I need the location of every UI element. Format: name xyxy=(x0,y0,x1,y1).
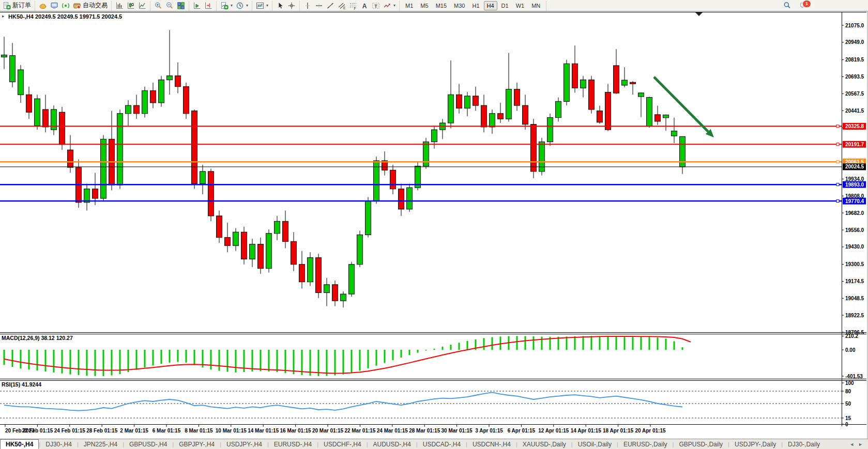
chart-tab[interactable]: HK50-,H4 xyxy=(0,439,39,449)
chart-tab[interactable]: USDCAD-,H4 xyxy=(418,440,466,449)
chart-tab[interactable]: GBPJPY-,H4 xyxy=(174,440,220,449)
rsi-scale-label: 50 xyxy=(845,401,851,407)
new-order-button[interactable]: 新订单 xyxy=(1,1,33,10)
candle-up xyxy=(159,80,164,103)
channel-button[interactable]: E xyxy=(336,1,347,10)
chart-tab[interactable]: GBPUSD-,H4 xyxy=(124,440,172,449)
chart-tab[interactable]: USDCNH-,H4 xyxy=(467,440,516,449)
timeframe-group: M1M5M15M30H1H4D1W1MN xyxy=(400,1,546,11)
price-axis-tick: 18922.5 xyxy=(845,313,864,318)
vertical-line-button[interactable] xyxy=(302,1,313,10)
bars-chart-button[interactable] xyxy=(114,1,125,10)
gold-icon xyxy=(39,2,47,10)
tab-scroll-left-icon[interactable]: ◄ xyxy=(849,442,854,447)
text-button[interactable]: A xyxy=(359,1,370,10)
timeframe-m5-button[interactable]: M5 xyxy=(417,1,431,10)
candle-down xyxy=(150,90,156,102)
line-chart-button[interactable] xyxy=(136,1,148,10)
quick-trade-toggle-icon[interactable]: ▸ xyxy=(2,13,5,19)
candle-down xyxy=(43,110,49,127)
autotrade-button[interactable]: 自动交易 xyxy=(71,1,109,10)
shapes-button[interactable]: ▾ xyxy=(382,1,397,10)
trendline-button[interactable] xyxy=(325,1,336,10)
search-icon[interactable] xyxy=(782,1,792,10)
chart-tab[interactable]: EURUSD-,Daily xyxy=(618,440,673,449)
chart-tab[interactable]: GBPUSD-,Daily xyxy=(674,440,728,449)
chart-tab[interactable]: USDJPY-,Daily xyxy=(729,440,781,449)
candle-down xyxy=(283,221,288,241)
price-line-anchor[interactable] xyxy=(836,183,839,186)
candle-down xyxy=(456,95,462,108)
timeframe-m30-button[interactable]: M30 xyxy=(451,1,468,10)
chart-tab[interactable]: XAUUSD-,Daily xyxy=(517,440,571,449)
toolbar-group: 新订单 xyxy=(0,1,35,11)
candle-chart-button[interactable] xyxy=(125,1,136,10)
candle-up xyxy=(638,93,644,97)
signal-button[interactable] xyxy=(60,1,71,10)
shapes-icon xyxy=(383,2,391,10)
candle-up xyxy=(506,89,512,119)
price-axis-tick: 19556.0 xyxy=(845,227,864,233)
cursor-button[interactable] xyxy=(275,1,286,10)
rsi-scale-label: 100 xyxy=(845,380,854,386)
timeframe-h4-button[interactable]: H4 xyxy=(484,1,497,10)
text-label-button[interactable]: T xyxy=(370,1,382,10)
zoom-out-button[interactable] xyxy=(164,1,175,10)
chart-tab[interactable]: USDCHF-,H4 xyxy=(318,440,367,449)
horizontal-line-button[interactable] xyxy=(313,1,325,10)
chart-tab[interactable]: USOil-,Daily xyxy=(573,440,617,449)
crosshair-button[interactable] xyxy=(286,1,297,10)
candle-up xyxy=(663,115,669,117)
price-axis-tick: 20949.0 xyxy=(845,39,864,45)
toolbar-group xyxy=(112,1,150,11)
terminal-button[interactable] xyxy=(49,1,60,10)
text-icon: A xyxy=(360,2,369,10)
price-line-anchor[interactable] xyxy=(836,143,839,146)
tile-windows-button[interactable] xyxy=(175,1,187,10)
timeframe-h1-button[interactable]: H1 xyxy=(469,1,482,10)
date-axis-label: 22 Feb 01:15 xyxy=(22,428,53,433)
price-line-anchor[interactable] xyxy=(836,125,839,128)
indicators-button[interactable]: ▾ xyxy=(219,1,234,10)
symbol-ohlc-header: HK50-,H4 20249.5 20249.5 19971.5 20024.5 xyxy=(8,13,122,20)
chart-shift-button[interactable] xyxy=(203,1,214,10)
timeframe-mn-button[interactable]: MN xyxy=(528,1,543,10)
chat-icon[interactable]: 1 xyxy=(798,1,809,10)
timeframe-m15-button[interactable]: M15 xyxy=(433,1,450,10)
timeframe-w1-button[interactable]: W1 xyxy=(513,1,528,10)
price-chart[interactable]: 21075.020949.020819.520693.520567.520441… xyxy=(0,0,868,439)
price-line-anchor[interactable] xyxy=(836,200,839,203)
price-line-anchor[interactable] xyxy=(836,161,839,163)
price-label-text: 19893.0 xyxy=(845,182,864,188)
chart-tab[interactable]: USDJPY-,H4 xyxy=(221,440,267,449)
fibonacci-button[interactable]: F xyxy=(347,1,359,10)
candle-up xyxy=(126,105,131,114)
candle-up xyxy=(200,172,206,183)
timeframe-d1-button[interactable]: D1 xyxy=(498,1,512,10)
chart-type-icon xyxy=(256,2,264,10)
candle-up xyxy=(341,294,346,301)
chart-tab[interactable]: EURUSD-,H4 xyxy=(269,440,317,449)
candle-up xyxy=(324,285,330,293)
candle-chart-icon xyxy=(127,2,135,10)
period-button[interactable]: ▾ xyxy=(234,1,250,10)
toolbar-group: ▾ xyxy=(252,1,272,11)
candle-up xyxy=(581,80,586,88)
chart-tab[interactable]: DJ30-,Daily xyxy=(783,440,825,449)
chart-tab[interactable]: JPN225-,H4 xyxy=(79,440,123,449)
macd-scale-label: 0.00 xyxy=(845,347,856,353)
chart-type-button[interactable]: ▾ xyxy=(254,1,270,10)
svg-text:T: T xyxy=(374,3,377,8)
text-label-icon: T xyxy=(372,2,380,10)
chart-tab[interactable]: DJ30-,H4 xyxy=(40,440,77,449)
date-axis-label: 2 Mar 01:15 xyxy=(120,428,148,433)
gold-button[interactable] xyxy=(37,1,49,10)
price-label-text: 20191.7 xyxy=(845,142,864,147)
timeframe-m1-button[interactable]: M1 xyxy=(402,1,416,10)
price-axis-tick: 19682.0 xyxy=(845,210,864,216)
chart-tab[interactable]: AUDUSD-,H4 xyxy=(368,440,416,449)
auto-scroll-button[interactable] xyxy=(191,1,203,10)
zoom-in-button[interactable] xyxy=(153,1,164,10)
candle-down xyxy=(316,258,322,293)
tab-scroll-right-icon[interactable]: ► xyxy=(858,442,863,447)
